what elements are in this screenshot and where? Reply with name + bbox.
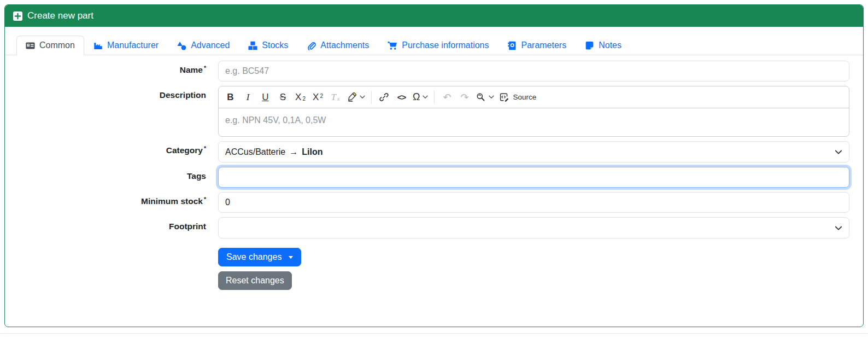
footprint-label: Footprint xyxy=(14,217,218,239)
link-icon xyxy=(379,92,389,102)
factory-icon xyxy=(93,41,103,50)
tags-label: Tags xyxy=(14,167,218,188)
highlight-marker-icon xyxy=(347,92,357,102)
page-title: Create new part xyxy=(27,10,93,21)
tab-notes[interactable]: Notes xyxy=(576,36,631,55)
tab-label: Purchase informations xyxy=(402,40,489,50)
code-button[interactable]: <> xyxy=(393,89,410,106)
boxes-stacked-icon xyxy=(248,41,257,50)
tab-label: Stocks xyxy=(262,40,288,50)
underline-button[interactable]: U xyxy=(257,89,274,106)
tab-label: Manufacturer xyxy=(107,40,159,50)
superscript-button[interactable]: X2 xyxy=(309,89,326,106)
category-value-path: ACCus/Batterie xyxy=(225,147,285,157)
toolbar-separator xyxy=(434,91,435,104)
special-characters-button[interactable]: Ω xyxy=(410,89,430,106)
rich-text-editor: B I U S X2 X2 Tx xyxy=(218,86,849,137)
save-changes-button[interactable]: Save changes xyxy=(218,248,301,266)
caret-down-icon xyxy=(289,256,293,259)
bold-button[interactable]: B xyxy=(222,89,239,106)
chevron-down-icon xyxy=(834,148,843,159)
actions-row: Save changes Reset changes xyxy=(14,248,849,290)
tab-attachments[interactable]: Attachments xyxy=(297,36,378,55)
address-card-icon xyxy=(26,41,35,50)
category-value-arrow: → xyxy=(289,147,298,157)
tab-parameters[interactable]: Parameters xyxy=(498,36,576,55)
tab-common[interactable]: Common xyxy=(16,36,84,55)
shopping-cart-icon xyxy=(388,41,397,50)
required-asterisk: * xyxy=(204,65,206,71)
tags-input[interactable] xyxy=(218,167,849,188)
strikethrough-button[interactable]: S xyxy=(274,89,291,106)
tab-label: Common xyxy=(39,40,75,50)
remove-format-button[interactable]: Tx xyxy=(327,89,344,106)
category-value-leaf: LiIon xyxy=(302,147,322,157)
required-asterisk: * xyxy=(204,196,206,202)
toolbar-separator xyxy=(371,91,372,104)
chevron-down-icon xyxy=(360,95,365,99)
category-select[interactable]: ACCus/Batterie → LiIon xyxy=(218,141,849,162)
tab-label: Notes xyxy=(599,40,621,50)
sticky-note-icon xyxy=(585,41,594,50)
chevron-down-icon xyxy=(423,95,428,99)
shapes-icon xyxy=(177,41,186,50)
minimum-stock-label: Minimum stock* xyxy=(14,192,218,213)
address-book-icon xyxy=(507,41,517,50)
description-row: Description B I U S X2 X2 Tx xyxy=(14,86,849,137)
name-label: Name* xyxy=(14,61,218,82)
description-input[interactable]: e.g. NPN 45V, 0,1A, 0,5W xyxy=(219,108,849,136)
required-asterisk: * xyxy=(204,145,206,152)
tab-label: Advanced xyxy=(191,40,230,50)
source-button[interactable]: Source xyxy=(497,89,538,106)
page-bottom-divider xyxy=(0,333,868,334)
description-label: Description xyxy=(14,86,218,137)
source-icon xyxy=(499,92,509,102)
tab-label: Parameters xyxy=(521,40,566,50)
name-input[interactable] xyxy=(218,61,849,82)
plus-square-icon xyxy=(13,11,22,21)
tab-advanced[interactable]: Advanced xyxy=(168,36,239,55)
tags-row: Tags xyxy=(14,167,849,188)
category-label: Category* xyxy=(14,141,218,162)
subscript-button[interactable]: X2 xyxy=(292,89,309,106)
tab-stocks[interactable]: Stocks xyxy=(239,36,297,55)
category-row: Category* ACCus/Batterie → LiIon xyxy=(14,141,849,162)
minimum-stock-row: Minimum stock* xyxy=(14,192,849,213)
link-button[interactable] xyxy=(376,89,392,106)
tab-manufacturer[interactable]: Manufacturer xyxy=(84,36,168,55)
redo-button[interactable]: ↷ xyxy=(456,89,473,106)
footprint-row: Footprint xyxy=(14,217,849,239)
tab-purchase-informations[interactable]: Purchase informations xyxy=(378,36,498,55)
italic-button[interactable]: I xyxy=(239,89,256,106)
paperclip-icon xyxy=(307,41,316,50)
chevron-down-icon xyxy=(489,95,494,99)
name-row: Name* xyxy=(14,61,849,82)
part-form: Name* Description B I U S X2 X2 Tx xyxy=(5,55,863,290)
description-placeholder: e.g. NPN 45V, 0,1A, 0,5W xyxy=(225,115,326,125)
minimum-stock-input[interactable] xyxy=(218,192,849,213)
find-and-replace-button[interactable] xyxy=(473,89,496,106)
undo-button[interactable]: ↶ xyxy=(438,89,455,106)
actions-spacer xyxy=(14,248,218,290)
reset-changes-button[interactable]: Reset changes xyxy=(218,271,292,290)
highlight-marker-button[interactable] xyxy=(344,89,367,106)
find-and-replace-icon xyxy=(476,92,486,102)
chevron-down-icon xyxy=(834,224,843,235)
create-part-card: Create new part Common Manufacturer Adva… xyxy=(4,4,864,327)
card-header: Create new part xyxy=(5,5,863,27)
tab-label: Attachments xyxy=(320,40,369,50)
editor-toolbar: B I U S X2 X2 Tx xyxy=(219,86,849,108)
tab-bar: Common Manufacturer Advanced Stocks Atta… xyxy=(5,36,863,55)
footprint-select[interactable] xyxy=(218,217,849,239)
